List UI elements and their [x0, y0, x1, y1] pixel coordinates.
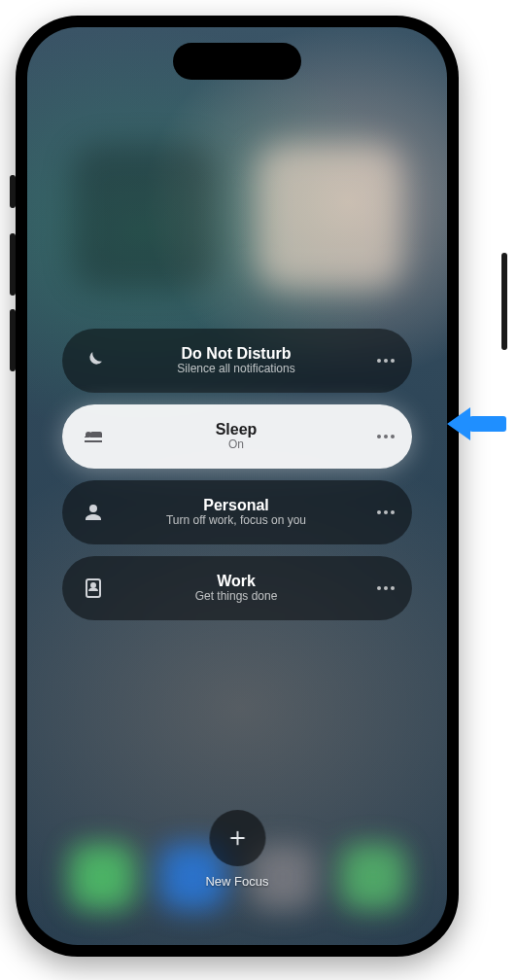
- side-button: [501, 253, 507, 350]
- focus-item-do-not-disturb[interactable]: Do Not Disturb Silence all notifications: [62, 329, 412, 393]
- focus-item-subtitle: On: [228, 438, 244, 452]
- focus-item-title: Personal: [203, 497, 269, 514]
- focus-item-title: Sleep: [216, 421, 258, 438]
- person-icon: [82, 501, 105, 524]
- focus-item-subtitle: Silence all notifications: [177, 363, 294, 376]
- focus-item-subtitle: Get things done: [195, 590, 278, 604]
- new-focus-label: New Focus: [205, 874, 268, 889]
- background-widgets-blur: [27, 144, 447, 319]
- focus-item-personal[interactable]: Personal Turn off work, focus on you: [62, 480, 412, 544]
- focus-item-subtitle: Turn off work, focus on you: [166, 514, 306, 528]
- focus-item-sleep[interactable]: Sleep On: [62, 404, 412, 469]
- callout-arrow-icon: [447, 407, 506, 440]
- bed-icon: [82, 425, 105, 448]
- more-icon[interactable]: [377, 435, 395, 438]
- moon-icon: [82, 349, 105, 372]
- focus-item-text: Do Not Disturb Silence all notifications: [117, 345, 356, 376]
- dynamic-island: [173, 43, 301, 80]
- more-icon[interactable]: [377, 359, 395, 363]
- focus-item-text: Sleep On: [117, 421, 356, 452]
- badge-icon: [82, 577, 105, 600]
- focus-item-work[interactable]: Work Get things done: [62, 556, 412, 620]
- phone-frame: Do Not Disturb Silence all notifications…: [16, 16, 459, 957]
- more-icon[interactable]: [377, 586, 395, 590]
- focus-item-text: Work Get things done: [117, 573, 356, 604]
- plus-icon: [209, 810, 265, 866]
- svg-point-1: [91, 583, 95, 587]
- focus-mode-list: Do Not Disturb Silence all notifications…: [62, 329, 412, 620]
- focus-item-title: Work: [217, 573, 256, 590]
- more-icon[interactable]: [377, 510, 395, 514]
- focus-item-title: Do Not Disturb: [182, 345, 292, 363]
- focus-item-text: Personal Turn off work, focus on you: [117, 497, 356, 528]
- new-focus-button[interactable]: New Focus: [205, 810, 268, 889]
- screen: Do Not Disturb Silence all notifications…: [27, 27, 447, 945]
